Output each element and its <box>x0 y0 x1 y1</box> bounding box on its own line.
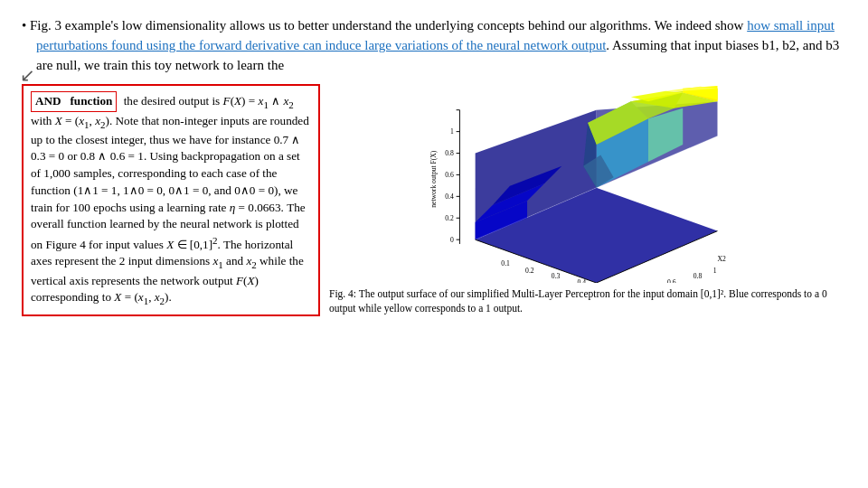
svg-text:0.3: 0.3 <box>552 272 561 280</box>
fig-caption-text: Fig. 4: The output surface of our simpli… <box>329 288 827 314</box>
fig-caption: Fig. 4: The output surface of our simpli… <box>329 286 846 315</box>
and-function-label: AND function <box>31 91 117 112</box>
svg-text:network output F(X): network output F(X) <box>429 150 438 208</box>
svg-text:0.8: 0.8 <box>445 150 454 158</box>
bullet-text-part1: Fig. 3 example's low dimensionality allo… <box>30 18 747 33</box>
svg-text:0.8: 0.8 <box>693 272 703 280</box>
svg-text:0: 0 <box>450 236 454 244</box>
right-panel: 0 0.2 0.4 0.6 0.8 1 network output F(X) … <box>329 84 846 315</box>
svg-text:0.2: 0.2 <box>525 267 534 275</box>
bullet-symbol: • <box>22 18 26 33</box>
content-area: ↙ AND function the desired output is F(X… <box>22 84 846 315</box>
svg-text:0.4: 0.4 <box>578 278 587 283</box>
function-label: function <box>70 94 112 108</box>
svg-text:X2: X2 <box>717 255 726 263</box>
left-panel-body: the desired output is F(X) = x1 ∧ x2 wit… <box>31 94 309 304</box>
svg-text:1: 1 <box>450 128 454 136</box>
svg-text:0.6: 0.6 <box>445 172 454 180</box>
svg-text:1: 1 <box>713 267 717 275</box>
svg-text:0.4: 0.4 <box>445 192 454 201</box>
svg-text:0.2: 0.2 <box>445 214 454 222</box>
svg-text:0.1: 0.1 <box>501 259 510 267</box>
bullet-paragraph: • Fig. 3 example's low dimensionality al… <box>22 16 846 75</box>
3d-chart-svg: 0 0.2 0.4 0.6 0.8 1 network output F(X) … <box>329 84 846 283</box>
chart-area: 0 0.2 0.4 0.6 0.8 1 network output F(X) … <box>329 84 846 283</box>
left-text-panel: AND function the desired output is F(X) … <box>22 84 320 315</box>
svg-text:0.6: 0.6 <box>667 278 676 283</box>
and-label: AND <box>35 94 61 108</box>
